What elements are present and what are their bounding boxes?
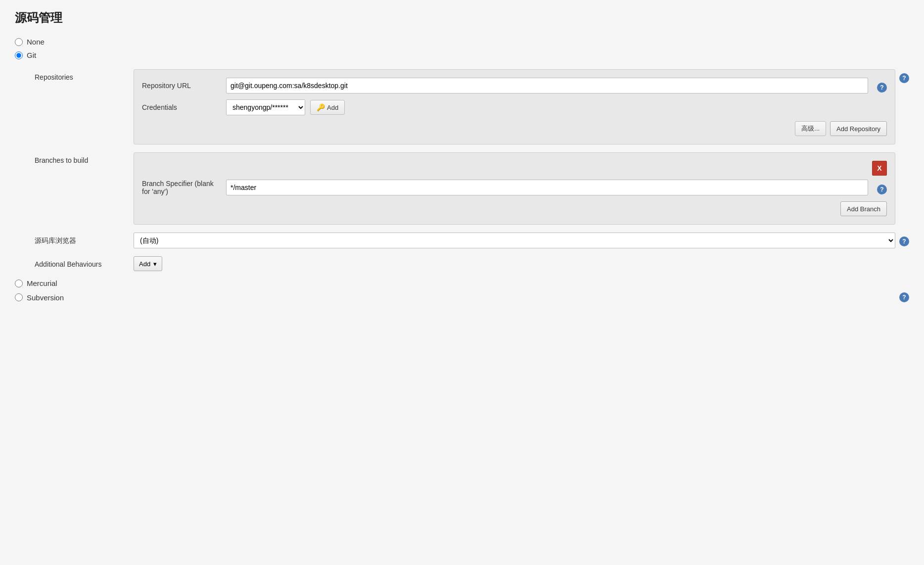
branch-specifier-label: Branch Specifier (blank for 'any'): [142, 180, 221, 195]
repositories-help-icon[interactable]: ?: [899, 73, 909, 83]
source-browser-label: 源码库浏览器: [35, 233, 134, 245]
branches-content: X Branch Specifier (blank for 'any') ? A…: [134, 152, 895, 225]
radio-subversion-label: Subversion: [27, 293, 64, 302]
radio-git-label: Git: [27, 51, 36, 59]
source-browser-help-icon[interactable]: ?: [899, 236, 909, 246]
radio-mercurial-label: Mercurial: [27, 279, 57, 287]
add-branch-button[interactable]: Add Branch: [840, 201, 887, 216]
repositories-label: Repositories: [35, 69, 134, 81]
close-row: X: [142, 161, 887, 176]
page-title: 源码管理: [15, 10, 909, 26]
repo-url-help-icon[interactable]: ?: [877, 83, 887, 93]
close-branch-button[interactable]: X: [872, 161, 887, 176]
add-repository-button[interactable]: Add Repository: [830, 121, 887, 136]
branches-section: Branches to build X Branch Specifier (bl…: [15, 152, 909, 225]
source-browser-select[interactable]: (自动): [134, 233, 895, 248]
branch-buttons: Add Branch: [142, 201, 887, 216]
branch-specifier-row: Branch Specifier (blank for 'any') ?: [142, 180, 887, 195]
radio-mercurial[interactable]: Mercurial: [15, 279, 909, 287]
bottom-radio-group: Mercurial Subversion ?: [15, 279, 909, 302]
radio-none[interactable]: None: [15, 38, 909, 46]
radio-none-label: None: [27, 38, 45, 46]
advanced-button[interactable]: 高级...: [795, 121, 826, 136]
radio-subversion-input[interactable]: [15, 293, 23, 301]
repo-url-input[interactable]: [226, 78, 868, 94]
scm-radio-group: None Git: [15, 38, 909, 59]
repositories-content: Repository URL ? Credentials shengyongp/…: [134, 69, 895, 144]
credentials-label: Credentials: [142, 103, 221, 111]
credentials-add-label: Add: [327, 104, 338, 111]
branches-label: Branches to build: [35, 152, 134, 164]
add-behaviour-button[interactable]: Add ▾: [134, 256, 162, 271]
additional-behaviours-label: Additional Behaviours: [35, 256, 134, 268]
radio-git-input[interactable]: [15, 51, 23, 59]
subversion-help-icon[interactable]: ?: [899, 292, 909, 302]
radio-git[interactable]: Git: [15, 51, 909, 59]
branch-specifier-input[interactable]: [226, 180, 868, 195]
credentials-add-button[interactable]: 🔑 Add: [310, 100, 345, 115]
repositories-section: Repositories Repository URL ? Credential…: [15, 69, 909, 144]
repo-buttons: 高级... Add Repository: [142, 121, 887, 136]
radio-mercurial-input[interactable]: [15, 280, 23, 287]
add-behaviour-label: Add: [139, 260, 150, 268]
additional-behaviours-section: Additional Behaviours Add ▾: [15, 256, 909, 271]
key-icon: 🔑: [317, 103, 325, 111]
repo-url-label: Repository URL: [142, 82, 221, 90]
radio-subversion[interactable]: Subversion: [15, 293, 64, 302]
repo-url-row: Repository URL ?: [142, 78, 887, 94]
branch-specifier-help-icon[interactable]: ?: [877, 185, 887, 194]
source-browser-section: 源码库浏览器 (自动) ?: [15, 233, 909, 248]
credentials-select[interactable]: shengyongp/******: [226, 99, 305, 115]
radio-none-input[interactable]: [15, 38, 23, 46]
credentials-row: Credentials shengyongp/****** 🔑 Add: [142, 99, 887, 115]
dropdown-arrow-icon: ▾: [153, 260, 157, 268]
